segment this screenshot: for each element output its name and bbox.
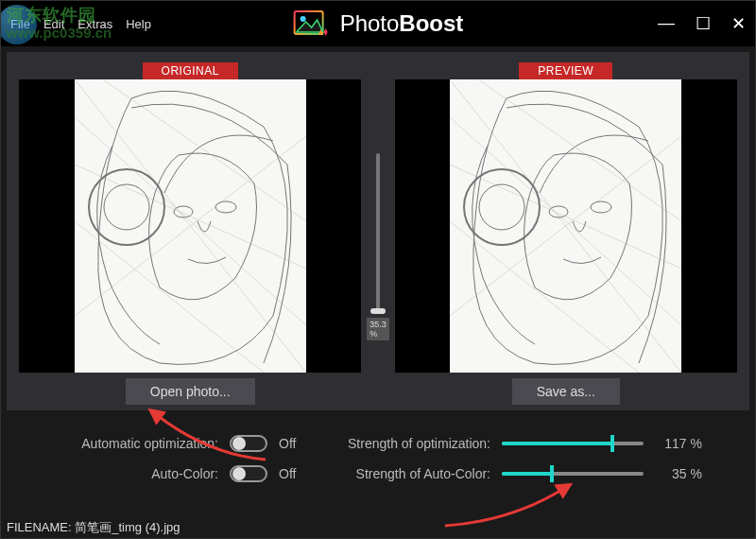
open-photo-button[interactable]: Open photo... xyxy=(126,378,255,405)
toggle-knob xyxy=(232,437,246,450)
window-controls: — ☐ ✕ xyxy=(658,13,746,34)
app-logo-icon xyxy=(293,9,329,39)
controls-panel: Automatic optimization: Off Strength of … xyxy=(1,422,755,501)
filename-value: 简笔画_timg (4).jpg xyxy=(75,520,180,534)
app-title-bold: Boost xyxy=(399,10,463,36)
app-title: PhotoBoost xyxy=(340,10,464,37)
app-title-light: Photo xyxy=(340,10,400,36)
svg-point-1 xyxy=(301,16,306,22)
preview-label: PREVIEW xyxy=(519,62,612,79)
zoom-track[interactable] xyxy=(376,153,380,314)
strength-opt-label: Strength of optimization: xyxy=(330,436,490,451)
menu-extras[interactable]: Extras xyxy=(77,17,112,31)
auto-opt-label: Automatic optimization: xyxy=(58,436,218,451)
filename-prefix: FILENAME: xyxy=(7,520,75,534)
auto-opt-toggle[interactable] xyxy=(230,435,267,452)
strength-color-value: 35 % xyxy=(655,466,702,481)
strength-opt-handle[interactable] xyxy=(610,435,614,452)
auto-color-toggle[interactable] xyxy=(230,465,267,482)
strength-opt-fill xyxy=(502,442,612,445)
strength-color-fill xyxy=(502,472,552,476)
zoom-slider[interactable]: 35.3 % xyxy=(367,61,389,405)
strength-opt-value: 117 % xyxy=(655,436,702,451)
compare-area: ORIGINAL xyxy=(7,52,749,410)
filename-bar: FILENAME: 简笔画_timg (4).jpg xyxy=(7,519,180,536)
menu-help[interactable]: Help xyxy=(126,17,151,31)
menu-file[interactable]: File xyxy=(10,17,30,31)
original-sketch xyxy=(75,79,306,373)
minimize-button[interactable]: — xyxy=(658,13,675,34)
strength-color-handle[interactable] xyxy=(550,465,554,482)
zoom-handle[interactable] xyxy=(370,308,386,314)
original-image xyxy=(19,79,361,373)
auto-color-state: Off xyxy=(279,466,309,481)
close-button[interactable]: ✕ xyxy=(731,13,746,34)
zoom-value: 35.3 % xyxy=(367,318,389,340)
toggle-knob xyxy=(232,467,246,480)
auto-color-label: Auto-Color: xyxy=(58,466,218,481)
preview-sketch xyxy=(450,79,681,373)
preview-panel: PREVIEW xyxy=(395,61,737,405)
titlebar: File Edit Extras Help xyxy=(1,1,755,46)
app-title-block: PhotoBoost xyxy=(293,9,464,39)
menubar: File Edit Extras Help xyxy=(10,17,151,31)
menu-edit[interactable]: Edit xyxy=(43,17,64,31)
original-label: ORIGINAL xyxy=(143,62,238,79)
save-as-button[interactable]: Save as... xyxy=(512,378,620,405)
auto-opt-state: Off xyxy=(279,436,309,451)
original-panel: ORIGINAL xyxy=(19,61,361,405)
strength-opt-slider[interactable] xyxy=(502,442,644,445)
maximize-button[interactable]: ☐ xyxy=(696,13,711,34)
strength-color-label: Strength of Auto-Color: xyxy=(330,466,490,481)
strength-color-slider[interactable] xyxy=(502,472,644,476)
preview-image xyxy=(395,79,737,373)
